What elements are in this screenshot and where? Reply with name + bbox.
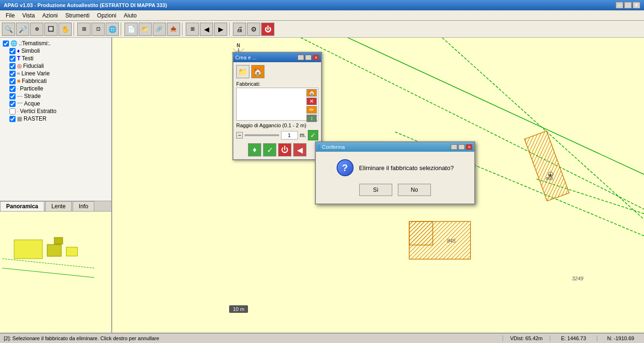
linee-checkbox[interactable] bbox=[9, 71, 16, 77]
app-title: APAG v1.03 - Produzione Autoallestito (E… bbox=[4, 2, 167, 8]
crea-icon-folder[interactable]: 📁 bbox=[236, 65, 249, 78]
svg-line-16 bbox=[537, 179, 644, 250]
fiduciali-checkbox[interactable] bbox=[9, 63, 16, 69]
toolbar-new[interactable]: 📄 bbox=[124, 23, 138, 36]
snapping-input[interactable] bbox=[281, 131, 298, 139]
toolbar-pan[interactable]: ✋ bbox=[58, 23, 72, 36]
menu-strumenti[interactable]: Strumenti bbox=[62, 11, 93, 20]
left-panel: 🌐 .:Tematismi:. ♦ Simboli T Testi ◎ Fidu… bbox=[0, 38, 112, 333]
conferma-close[interactable]: ✕ bbox=[466, 144, 472, 150]
menu-bar: File Vista Azioni Strumenti Opzioni Aiut… bbox=[0, 10, 644, 21]
layer-vertici[interactable]: · Vertici Estratto bbox=[2, 107, 109, 115]
toolbar-export[interactable]: 📤 bbox=[167, 23, 180, 36]
map-area[interactable]: N ◉ bbox=[112, 38, 644, 333]
simboli-checkbox[interactable] bbox=[9, 48, 16, 54]
crea-list[interactable] bbox=[237, 88, 305, 120]
crea-maximize[interactable]: □ bbox=[305, 55, 312, 60]
toolbar-prev[interactable]: ◀ bbox=[200, 23, 213, 36]
layer-strade[interactable]: — Strade bbox=[2, 92, 109, 100]
crea-close[interactable]: ✕ bbox=[313, 55, 319, 60]
svg-text:850: 850 bbox=[546, 176, 553, 181]
crea-list-btns: 🏠 ✕ ✏ ↕ bbox=[305, 88, 318, 120]
conferma-maximize[interactable]: □ bbox=[458, 144, 465, 150]
minimize-button[interactable]: − bbox=[616, 2, 623, 8]
menu-opzioni[interactable]: Opzioni bbox=[93, 11, 120, 20]
layer-linee-varie[interactable]: ≈ Linee Varie bbox=[2, 70, 109, 77]
toolbar-grid[interactable]: ⊞ bbox=[77, 23, 91, 36]
toolbar: 🔍 🔎 ⊕ 🔲 ✋ ⊞ ⊡ 🌐 📄 📂 🔗 📤 ⊞ ◀ ▶ 🖨 ⚙ ⏻ bbox=[0, 21, 644, 38]
conferma-minimize[interactable]: − bbox=[451, 144, 457, 150]
tab-lente[interactable]: Lente bbox=[45, 201, 72, 211]
toolbar-link[interactable]: 🔗 bbox=[153, 23, 166, 36]
menu-vista[interactable]: Vista bbox=[18, 11, 38, 20]
crea-btn-diamond[interactable]: ♦ bbox=[248, 143, 261, 156]
tab-panoramica[interactable]: Panoramica bbox=[0, 201, 44, 211]
fabbricati-label: Fabbricati bbox=[22, 78, 47, 84]
layer-fiduciali[interactable]: ◎ Fiduciali bbox=[2, 62, 109, 70]
acque-checkbox[interactable] bbox=[9, 101, 16, 107]
status-n: N: -1910.69 bbox=[597, 335, 644, 341]
toolbar-zoom-out[interactable]: 🔎 bbox=[16, 23, 29, 36]
menu-aiuto[interactable]: Aiuto bbox=[120, 11, 140, 20]
toolbar-zoom-extent[interactable]: ⊕ bbox=[30, 23, 43, 36]
crea-btn-stop[interactable]: ⏻ bbox=[278, 143, 291, 156]
crea-btn-check[interactable]: ✓ bbox=[263, 143, 276, 156]
tab-info[interactable]: Info bbox=[73, 201, 94, 211]
fabbricati-label: Fabbricati: bbox=[236, 81, 318, 87]
conferma-si-button[interactable]: Sì bbox=[359, 184, 392, 196]
testi-checkbox[interactable] bbox=[9, 56, 16, 62]
toolbar-open[interactable]: 📂 bbox=[139, 23, 152, 36]
toolbar-table[interactable]: ⊞ bbox=[186, 23, 199, 36]
crea-btn-back[interactable]: ◀ bbox=[293, 143, 306, 156]
question-icon: ? bbox=[337, 159, 354, 176]
toolbar-zoom-window[interactable]: 🔲 bbox=[44, 23, 58, 36]
crea-list-area: 🏠 ✕ ✏ ↕ bbox=[236, 88, 318, 121]
particelle-checkbox[interactable] bbox=[9, 86, 16, 92]
list-btn-add[interactable]: 🏠 bbox=[306, 89, 317, 97]
layer-simboli[interactable]: ♦ Simboli bbox=[2, 47, 109, 55]
toolbar-globe[interactable]: 🌐 bbox=[106, 23, 119, 36]
layer-raster[interactable]: ▦ RASTER bbox=[2, 115, 109, 122]
toolbar-print[interactable]: 🖨 bbox=[233, 23, 246, 36]
conferma-message: Eliminare il fabbricato selezionato? bbox=[359, 164, 454, 172]
svg-point-18 bbox=[548, 172, 553, 177]
simboli-label: Simboli bbox=[21, 48, 40, 54]
layer-acque[interactable]: 〰 Acque bbox=[2, 100, 109, 107]
title-bar: APAG v1.03 - Produzione Autoallestito (E… bbox=[0, 0, 644, 10]
root-checkbox[interactable] bbox=[3, 41, 9, 47]
main-area: 🌐 .:Tematismi:. ♦ Simboli T Testi ◎ Fidu… bbox=[0, 38, 644, 333]
layer-fabbricati[interactable]: ■ Fabbricati bbox=[2, 77, 109, 85]
snapping-minus[interactable]: − bbox=[236, 132, 243, 139]
toolbar-next[interactable]: ▶ bbox=[214, 23, 227, 36]
toolbar-zoom-in[interactable]: 🔍 bbox=[2, 23, 15, 36]
list-btn-edit[interactable]: ✏ bbox=[306, 106, 317, 114]
conferma-titlebar: ℹ Conferma − □ ✕ bbox=[316, 142, 474, 152]
toolbar-power[interactable]: ⏻ bbox=[261, 23, 274, 36]
crea-bottom-btns: ♦ ✓ ⏻ ◀ bbox=[236, 143, 318, 156]
menu-file[interactable]: File bbox=[2, 11, 18, 20]
svg-rect-21 bbox=[409, 221, 433, 245]
title-bar-controls: − □ ✕ bbox=[616, 2, 640, 8]
toolbar-select[interactable]: ⊡ bbox=[91, 23, 105, 36]
conferma-no-button[interactable]: No bbox=[398, 184, 431, 196]
snapping-confirm[interactable]: ✓ bbox=[308, 130, 318, 140]
list-btn-remove[interactable]: ✕ bbox=[306, 98, 317, 105]
crea-icon-building[interactable]: 🏠 bbox=[251, 65, 264, 78]
vertici-checkbox[interactable] bbox=[9, 108, 16, 114]
layer-particelle[interactable]: · Particelle bbox=[2, 85, 109, 92]
svg-rect-0 bbox=[14, 240, 42, 259]
toolbar-settings[interactable]: ⚙ bbox=[247, 23, 260, 36]
menu-azioni[interactable]: Azioni bbox=[39, 11, 62, 20]
maximize-button[interactable]: □ bbox=[624, 2, 632, 8]
list-btn-move[interactable]: ↕ bbox=[306, 114, 317, 122]
layer-testi[interactable]: T Testi bbox=[2, 55, 109, 62]
layer-tree-root[interactable]: 🌐 .:Tematismi:. bbox=[2, 40, 109, 47]
particelle-label: Particelle bbox=[20, 85, 43, 92]
mini-map bbox=[0, 212, 111, 333]
crea-minimize[interactable]: − bbox=[297, 55, 304, 60]
close-button[interactable]: ✕ bbox=[633, 2, 640, 8]
strade-checkbox[interactable] bbox=[9, 93, 16, 99]
crea-dialog: Crea e ... − □ ✕ 📁 🏠 Fabbricati: 🏠 bbox=[232, 52, 322, 160]
fabbricati-checkbox[interactable] bbox=[9, 78, 16, 84]
raster-checkbox[interactable] bbox=[9, 116, 16, 122]
